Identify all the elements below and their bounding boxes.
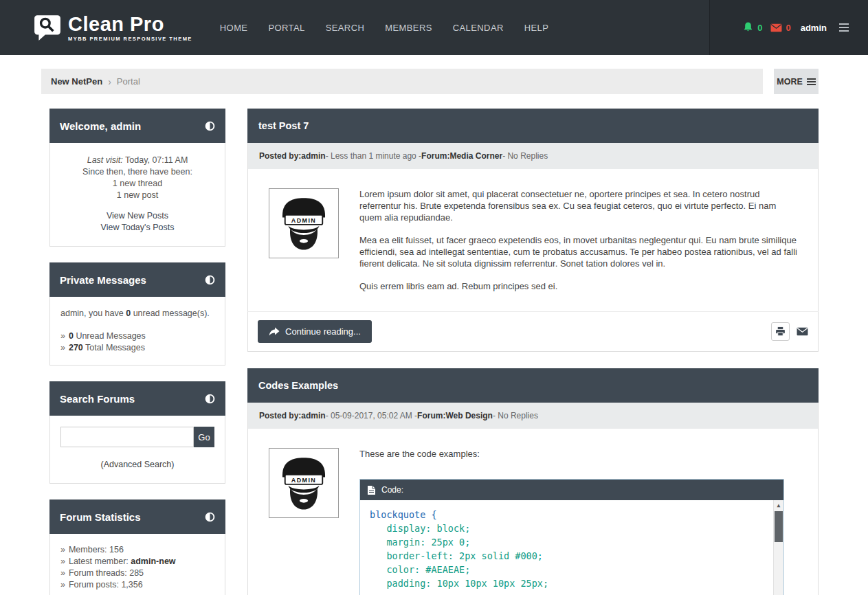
scrollbar-up-arrow[interactable]: ▲ (774, 500, 783, 510)
top-navbar: Clean Pro MYBB PREMIUM RESPONSIVE THEME … (0, 0, 868, 55)
code-block-header: Code: (360, 480, 783, 500)
stat-posts: »Forum posts: 1,356 (60, 579, 214, 591)
code-scrollbar[interactable]: ▲ ▼ (773, 500, 783, 595)
unread-messages-link[interactable]: 0 Unread Messages (69, 331, 146, 341)
post-paragraph: Lorem ipsum dolor sit amet, qui placerat… (359, 188, 797, 223)
code-intro-text: These are the code examples: (359, 448, 797, 460)
navbar-user-area: 0 0 admin (709, 0, 868, 55)
breadcrumb-row: New NetPen › Portal MORE (41, 69, 819, 94)
search-forums-input[interactable] (60, 427, 194, 447)
forum-statistics-box: Forum Statistics »Members: 156 »Latest m… (49, 499, 225, 595)
post-content: These are the code examples: Code: (359, 448, 797, 595)
messages-envelope-icon[interactable] (770, 23, 782, 32)
alerts-bell-icon[interactable] (742, 21, 754, 34)
post-forum-link[interactable]: Media Corner (449, 151, 502, 161)
post-meta-bar: Posted by: admin - 05-09-2017, 05:02 AM … (247, 403, 819, 429)
breadcrumb-chevron-icon: › (108, 76, 111, 87)
breadcrumb-root-link[interactable]: New NetPen (51, 76, 102, 87)
private-messages-box: Private Messages admin, you have 0 unrea… (49, 262, 225, 366)
new-posts-line: 1 new post (57, 190, 218, 201)
total-messages-link[interactable]: 270 Total Messages (69, 343, 145, 352)
advanced-search-link[interactable]: (Advanced Search) (60, 460, 214, 469)
logo-title: Clean Pro (68, 14, 192, 34)
code-file-icon (367, 485, 376, 495)
post-paragraph: Mea ea elit fuisset, ut facer graeco exp… (359, 234, 797, 269)
logo-tagline: MYBB PREMIUM RESPONSIVE THEME (68, 36, 192, 42)
new-threads-line: 1 new thread (57, 178, 218, 190)
pm-intro: admin, you have 0 unread message(s). (60, 308, 214, 319)
alerts-count[interactable]: 0 (757, 23, 762, 33)
post-test-post-7: test Post 7 Posted by: admin - Less than… (247, 109, 819, 352)
welcome-box: Welcome, admin Last visit: Today, 07:11 … (49, 109, 225, 247)
logo-bubble-magnifier-icon (33, 13, 62, 42)
latest-member-link[interactable]: admin-new (131, 557, 175, 566)
pm-box-title: Private Messages (60, 274, 146, 286)
code-line: border-left: 2px solid #000; (370, 549, 766, 563)
navbar-menu-icon[interactable] (839, 21, 849, 34)
stat-members: »Members: 156 (60, 544, 214, 556)
collapse-toggle-icon[interactable] (205, 512, 215, 522)
post-header: test Post 7 (247, 109, 819, 143)
username-link[interactable]: admin (801, 23, 827, 33)
share-arrow-icon (269, 327, 280, 337)
post-meta-bar: Posted by: admin - Less than 1 minute ag… (247, 143, 819, 169)
breadcrumb: New NetPen › Portal (41, 69, 763, 94)
code-line: margin: 25px 0; (370, 535, 766, 549)
pm-unread-line: »0 Unread Messages (60, 330, 214, 342)
pm-box-header: Private Messages (49, 262, 225, 297)
svg-text:ADMIN: ADMIN (291, 217, 316, 224)
welcome-box-header: Welcome, admin (49, 109, 225, 143)
post-author-link[interactable]: admin (301, 411, 325, 420)
more-menu-icon (807, 77, 816, 87)
collapse-toggle-icon[interactable] (205, 394, 215, 404)
code-block: Code: blockquote { display: block; margi… (359, 479, 784, 595)
search-go-button[interactable]: Go (194, 427, 214, 447)
post-content: Lorem ipsum dolor sit amet, qui placerat… (359, 188, 797, 292)
continue-reading-button[interactable]: Continue reading... (258, 320, 372, 343)
messages-count[interactable]: 0 (786, 23, 790, 33)
nav-item-help[interactable]: HELP (524, 23, 549, 33)
nav-item-members[interactable]: MEMBERS (385, 23, 432, 33)
post-header: Codes Examples (247, 368, 819, 403)
scrollbar-thumb[interactable] (775, 511, 783, 542)
more-label: MORE (777, 77, 803, 87)
sidebar: Welcome, admin Last visit: Today, 07:11 … (49, 109, 225, 595)
nav-item-calendar[interactable]: CALENDAR (453, 23, 504, 33)
main-nav: HOME PORTAL SEARCH MEMBERS CALENDAR HELP (220, 23, 570, 33)
nav-item-portal[interactable]: PORTAL (268, 23, 304, 33)
last-visit-line: Last visit: Today, 07:11 AM (57, 155, 218, 166)
stats-box-title: Forum Statistics (60, 511, 141, 523)
code-content: blockquote { display: block; margin: 25p… (360, 500, 783, 595)
nav-item-search[interactable]: SEARCH (326, 23, 365, 33)
view-todays-posts-link[interactable]: View Today's Posts (57, 222, 218, 234)
nav-item-home[interactable]: HOME (220, 23, 248, 33)
collapse-toggle-icon[interactable] (205, 275, 215, 285)
post-title-link[interactable]: test Post 7 (258, 120, 309, 131)
printer-icon (775, 326, 786, 337)
envelope-icon (797, 327, 808, 336)
post-footer: Continue reading... (247, 311, 819, 352)
collapse-toggle-icon[interactable] (205, 121, 215, 131)
post-title-link[interactable]: Codes Examples (258, 380, 338, 391)
stat-latest-member: »Latest member: admin-new (60, 556, 214, 568)
code-line: padding: 10px 10px 10px 25px; (370, 576, 766, 590)
search-forums-box: Search Forums Go (Advanced Search) (49, 381, 225, 484)
post-forum-link[interactable]: Web Design (445, 411, 492, 420)
welcome-box-title: Welcome, admin (60, 120, 141, 132)
search-box-title: Search Forums (60, 393, 135, 405)
more-button[interactable]: MORE (774, 69, 819, 94)
post-paragraph: Quis errem libris eam ad. Rebum principe… (359, 280, 797, 292)
view-new-posts-link[interactable]: View New Posts (57, 210, 218, 222)
author-avatar[interactable]: ADMIN (269, 188, 339, 258)
email-post-button[interactable] (797, 327, 808, 336)
code-line: blockquote { (370, 508, 766, 521)
site-logo[interactable]: Clean Pro MYBB PREMIUM RESPONSIVE THEME (33, 13, 192, 42)
since-line: Since then, there have been: (57, 166, 218, 178)
code-line: display: block; (370, 521, 766, 535)
pm-total-line: »270 Total Messages (60, 342, 214, 354)
post-author-link[interactable]: admin (301, 151, 325, 161)
author-avatar[interactable]: ADMIN (269, 448, 339, 518)
code-label: Code: (381, 484, 403, 496)
stats-box-header: Forum Statistics (49, 499, 225, 534)
print-button[interactable] (771, 322, 790, 341)
